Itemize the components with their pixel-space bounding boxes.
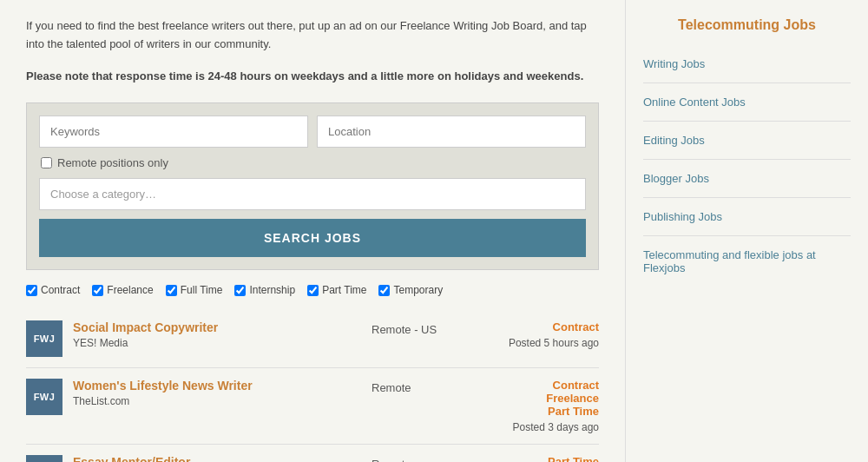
location-input[interactable] bbox=[317, 116, 586, 148]
job-posted: Posted 3 days ago bbox=[486, 421, 599, 433]
filter-checkbox-part-time[interactable] bbox=[307, 285, 319, 296]
filter-label[interactable]: Part Time bbox=[322, 284, 366, 296]
job-location-text: Remote - US bbox=[372, 323, 437, 336]
job-logo: FWJ bbox=[26, 455, 62, 462]
filter-label[interactable]: Internship bbox=[249, 284, 295, 296]
job-location: Remote bbox=[372, 379, 476, 394]
search-button[interactable]: SEARCH JOBS bbox=[39, 219, 586, 257]
job-location: Remote - US bbox=[372, 320, 476, 336]
job-listings: FWJSocial Impact CopywriterYES! MediaRem… bbox=[26, 310, 599, 462]
remote-label[interactable]: Remote positions only bbox=[57, 156, 168, 169]
job-meta: ContractFreelancePart TimePosted 3 days … bbox=[486, 379, 599, 433]
job-meta: ContractPosted 5 hours ago bbox=[486, 320, 599, 349]
sidebar-link-4[interactable]: Publishing Jobs bbox=[643, 210, 851, 236]
job-type-badge: Part Time bbox=[486, 405, 599, 418]
filter-item: Freelance bbox=[92, 284, 153, 296]
sidebar-link-0[interactable]: Writing Jobs bbox=[643, 57, 851, 83]
job-listing: FWJSocial Impact CopywriterYES! MediaRem… bbox=[26, 310, 599, 368]
filter-item: Internship bbox=[234, 284, 295, 296]
sidebar-link-3[interactable]: Blogger Jobs bbox=[643, 172, 851, 198]
search-inputs-row bbox=[39, 116, 586, 148]
filter-row: ContractFreelanceFull TimeInternshipPart… bbox=[26, 284, 599, 296]
job-location-text: Remote bbox=[372, 381, 411, 394]
sidebar-link-1[interactable]: Online Content Jobs bbox=[643, 96, 851, 122]
job-type-badge: Contract bbox=[486, 320, 599, 333]
filter-checkbox-freelance[interactable] bbox=[92, 285, 103, 296]
notice-strong: Please note that response time is 24-48 … bbox=[26, 69, 583, 82]
job-title-link[interactable]: Essay Mentor/Editor bbox=[73, 455, 361, 462]
filter-label[interactable]: Freelance bbox=[107, 284, 153, 296]
filter-label[interactable]: Temporary bbox=[393, 284, 443, 296]
intro-paragraph2: Please note that response time is 24-48 … bbox=[26, 68, 599, 86]
intro-paragraph1: If you need to find the best freelance w… bbox=[26, 17, 599, 54]
job-type-badge: Freelance bbox=[486, 392, 599, 405]
job-company: TheList.com bbox=[73, 395, 361, 407]
main-content: If you need to find the best freelance w… bbox=[0, 0, 625, 462]
job-company: YES! Media bbox=[73, 337, 361, 349]
keywords-input[interactable] bbox=[39, 116, 308, 148]
search-form: Remote positions only Choose a category…… bbox=[26, 102, 599, 270]
filter-checkbox-temporary[interactable] bbox=[378, 285, 390, 296]
job-location-text: Remote bbox=[372, 458, 411, 462]
remote-row: Remote positions only bbox=[39, 156, 586, 169]
job-details: Essay Mentor/EditorGet It Recruit - Educ… bbox=[73, 455, 361, 462]
sidebar-link-5[interactable]: Telecommuting and flexible jobs at Flexj… bbox=[643, 248, 851, 287]
filter-item: Part Time bbox=[307, 284, 366, 296]
remote-checkbox[interactable] bbox=[41, 157, 52, 168]
filter-checkbox-contract[interactable] bbox=[26, 285, 37, 296]
sidebar-link-2[interactable]: Editing Jobs bbox=[643, 134, 851, 160]
filter-item: Full Time bbox=[166, 284, 223, 296]
sidebar-title: Telecommuting Jobs bbox=[643, 17, 851, 42]
sidebar-links: Writing JobsOnline Content JobsEditing J… bbox=[643, 57, 851, 287]
job-listing: FWJWomen's Lifestyle News WriterTheList.… bbox=[26, 368, 599, 445]
job-logo: FWJ bbox=[26, 320, 62, 357]
job-title-link[interactable]: Social Impact Copywriter bbox=[73, 320, 361, 334]
job-meta: Part TimePosted 4 days ago bbox=[486, 455, 599, 462]
filter-label[interactable]: Contract bbox=[41, 284, 80, 296]
job-details: Social Impact CopywriterYES! Media bbox=[73, 320, 361, 349]
filter-checkbox-internship[interactable] bbox=[234, 285, 246, 296]
filter-item: Temporary bbox=[378, 284, 443, 296]
filter-label[interactable]: Full Time bbox=[181, 284, 223, 296]
sidebar: Telecommuting Jobs Writing JobsOnline Co… bbox=[625, 0, 868, 462]
job-location: Remote bbox=[372, 455, 476, 462]
job-type-badge: Contract bbox=[486, 379, 599, 392]
filter-checkbox-full-time[interactable] bbox=[166, 285, 177, 296]
job-details: Women's Lifestyle News WriterTheList.com bbox=[73, 379, 361, 407]
category-select[interactable]: Choose a category… bbox=[39, 178, 586, 210]
job-type-badge: Part Time bbox=[486, 455, 599, 462]
job-posted: Posted 5 hours ago bbox=[486, 337, 599, 349]
job-title-link[interactable]: Women's Lifestyle News Writer bbox=[73, 379, 361, 393]
job-listing: FWJEssay Mentor/EditorGet It Recruit - E… bbox=[26, 445, 599, 462]
job-logo: FWJ bbox=[26, 379, 62, 415]
filter-item: Contract bbox=[26, 284, 80, 296]
